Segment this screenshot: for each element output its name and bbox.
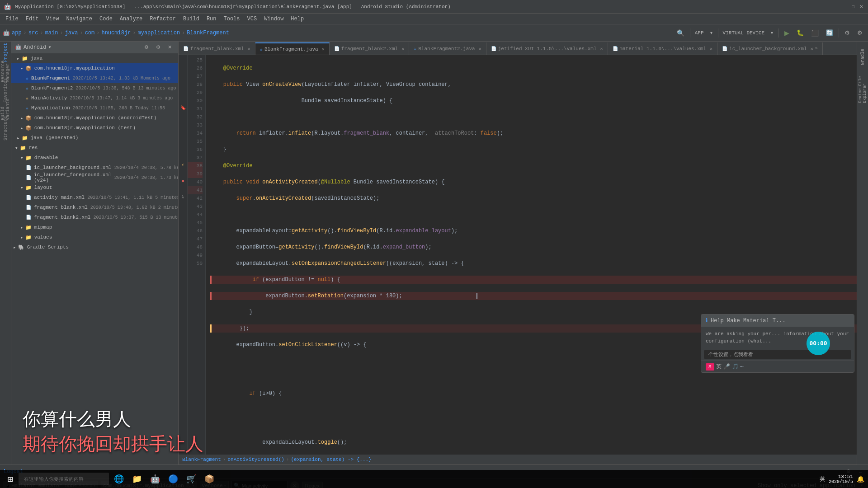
taskbar-icon-android[interactable]: 🤖 [147,471,163,487]
tree-fragment-blank2[interactable]: 📄 fragment_blank2.xml 2020/10/5 13:37, 5… [11,212,178,222]
tab-ic-launcher-bg[interactable]: 📄 ic_launcher_background.xml ✕ » [717,42,823,55]
menu-code[interactable]: Code [96,15,116,23]
tree-myapplication[interactable]: ☕ Myapplication 2020/10/5 11:55, 368 B T… [11,103,178,113]
breadcrumb-method[interactable]: onActivityCreated() [227,457,284,462]
tab-close-button[interactable]: ✕ [248,46,250,52]
tree-package-main[interactable]: ▾ 📦 com.hnucm18jr.myapplication [11,63,178,73]
favorites-icon[interactable]: Favorites [1,81,10,99]
menu-analyze[interactable]: Analyze [116,15,146,23]
tab-fragment-blank-xml[interactable]: 📄 fragment_blank.xml ✕ [179,42,255,55]
tree-layout[interactable]: ▾ 📁 layout [11,183,178,192]
start-button[interactable]: ⊞ [4,473,17,485]
android-dropdown-arrow[interactable]: ▾ [48,44,51,51]
project-settings-button[interactable]: ⚙ [153,42,163,53]
timer-text: 00:00 [809,340,827,347]
menu-file[interactable]: File [2,15,22,23]
tab-close-active-button[interactable]: ✕ [322,47,325,52]
stop-button[interactable]: ⬛ [808,27,821,39]
taskbar-search[interactable] [19,473,109,485]
tree-fragment-blank[interactable]: 📄 fragment_blank.xml 2020/10/5 13:48, 1.… [11,202,178,212]
tab-blankfragment-java[interactable]: ☕ BlankFragment.java ✕ [255,42,330,55]
tab-material-values[interactable]: 📄 material-1.1.0\...\values.xml ✕ [608,42,717,55]
action-mic-icon[interactable]: 🎤 [723,363,730,370]
gradle-side-icon[interactable]: Gradle [860,43,865,70]
tab-fragment-blank2-xml[interactable]: 📄 fragment_blank2.xml ✕ [330,42,409,55]
tree-blankfragment[interactable]: ☕ BlankFragment 2020/10/5 13:42, 1.83 kB… [11,73,178,83]
action-s-icon[interactable]: S [706,363,714,371]
tab-close6-button[interactable]: ✕ [811,46,813,52]
search-everywhere-button[interactable]: 🔍 [674,27,687,39]
menu-vcs[interactable]: VCS [244,15,261,23]
breadcrumb-item-com[interactable]: com [85,30,95,36]
tree-label: BlankFragment [31,75,70,81]
project-close-button[interactable]: ✕ [165,42,175,53]
taskbar-icon-store[interactable]: 🛒 [183,471,199,487]
tab-close4-button[interactable]: ✕ [600,46,603,52]
menu-tools[interactable]: Tools [220,15,244,23]
tree-activity-main[interactable]: 📄 activity_main.xml 2020/10/5 13:41, 1.1… [11,192,178,202]
tab-xui-values[interactable]: 📄 jetified-XUI-1.1.5\...\values.xml ✕ [486,42,608,55]
tab-close5-button[interactable]: ✕ [710,46,712,52]
tab-more-icon[interactable]: » [815,46,818,51]
project-icon[interactable]: Project [1,43,10,61]
breadcrumb-item-src[interactable]: src [28,30,38,36]
code-content[interactable]: @Override public View onCreateView(Layou… [206,55,857,455]
menu-window[interactable]: Window [260,15,287,23]
menu-refactor[interactable]: Refactor [146,15,179,23]
breadcrumb-lambda[interactable]: (expansion, state) -> {...} [291,457,371,462]
virtual-device-dropdown[interactable]: ▾ [768,27,776,39]
breadcrumb-item-myapp[interactable]: myapplication [137,30,180,36]
menu-help[interactable]: Help [287,15,307,23]
menu-view[interactable]: View [42,15,63,23]
taskbar-icon-browser[interactable]: 🌐 [111,471,127,487]
tree-androidtest[interactable]: ▸ 📦 com.hnucm18jr.myapplication (android… [11,113,178,123]
gradle-button[interactable]: ⚙ [842,27,853,39]
project-sync-button[interactable]: ⚙ [142,42,151,53]
sync-button[interactable]: 🔄 [823,27,836,39]
action-music-icon[interactable]: 🎵 [732,363,739,370]
tree-ic-launcher-bg[interactable]: 📄 ic_launcher_background.xml 2020/10/4 2… [11,163,178,173]
tree-ic-launcher-fg[interactable]: 📄 ic_launcher_foreground.xml (v24) 2020/… [11,173,178,183]
breadcrumb-item-fragment[interactable]: BlankFragment [187,30,229,36]
tree-values[interactable]: ▸ 📁 values [11,232,178,242]
tree-gradle[interactable]: ▸ 🐘 Gradle Scripts [11,242,178,252]
taskbar-icon-files[interactable]: 📁 [129,471,145,487]
breadcrumb-item-main[interactable]: main [45,30,58,36]
device-file-explorer-icon[interactable]: Device File Explorer [858,71,867,103]
taskbar-icon-chrome[interactable]: 🔵 [165,471,181,487]
tree-java[interactable]: ▸ 📁 java [11,53,178,63]
android-dropdown[interactable]: 🤖 Android ▾ [15,44,52,51]
menu-navigate[interactable]: Navigate [62,15,96,23]
tree-label: fragment_blank.xml [34,205,88,210]
tree-mainactivity[interactable]: ☕ MainActivity 2020/10/5 13:47, 1.14 kB … [11,93,178,103]
app-config-dropdown[interactable]: ▾ [708,27,715,39]
settings-button[interactable]: ⚙ [854,27,865,39]
menu-edit[interactable]: Edit [22,15,42,23]
breadcrumb-class[interactable]: BlankFragment [182,457,221,462]
tab-close2-button[interactable]: ✕ [401,46,404,52]
gutter: 🔖 ⚡ ● λ [179,55,188,455]
tree-test[interactable]: ▸ 📦 com.hnucm18jr.myapplication (test) [11,123,178,133]
menu-build[interactable]: Build [179,15,203,23]
run-button[interactable]: ▶ [782,27,792,39]
restore-button[interactable]: □ [850,4,856,10]
tab-blankfragment2-java[interactable]: ☕ BlankFragment2.java ✕ [409,42,486,55]
menu-run[interactable]: Run [203,15,220,23]
tree-blankfragment2[interactable]: ☕ BlankFragment2 2020/10/5 13:38, 548 B … [11,83,178,93]
tab-close3-button[interactable]: ✕ [479,46,481,52]
close-button[interactable]: ✕ [858,4,864,10]
breadcrumb-item-java[interactable]: java [65,30,78,36]
breadcrumb-item-app[interactable]: app [12,30,22,36]
structure-icon[interactable]: Structure [1,119,10,137]
minimize-button[interactable]: – [842,4,848,10]
debug-button[interactable]: 🐛 [794,27,807,39]
taskbar-icon-app1[interactable]: 📦 [201,471,217,487]
tree-drawable[interactable]: ▾ 📁 drawable [11,153,178,163]
tree-res[interactable]: ▾ 📁 res [11,143,178,153]
notifications-button[interactable]: 🔔 [857,475,864,483]
tree-mipmap[interactable]: ▸ 📁 mipmap [11,222,178,232]
tree-java-generated[interactable]: ▸ 📁 java (generated) [11,133,178,143]
action-more-icon[interactable]: ⋯ [741,363,744,370]
action-lang-icon[interactable]: 英 [716,363,722,371]
breadcrumb-item-hnucm[interactable]: hnucm18jr [101,30,131,36]
